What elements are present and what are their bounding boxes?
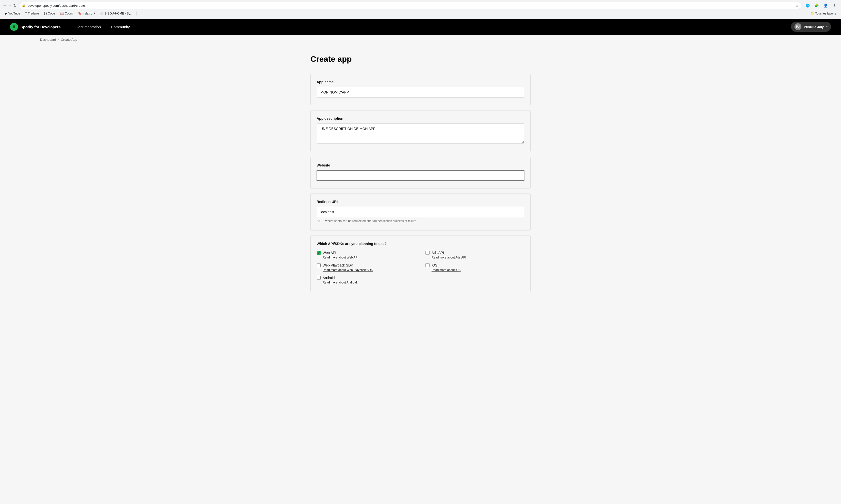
website-input[interactable] (316, 170, 525, 181)
web-api-link[interactable]: Read more about Web API (316, 256, 415, 259)
web-api-checkbox[interactable] (316, 251, 321, 255)
bookmark-code-label: Code (48, 12, 55, 15)
app-name-input[interactable] (316, 87, 525, 97)
page-title: Create app (310, 54, 531, 64)
api-section: Which API/SDKs are you planning to use? … (310, 235, 531, 292)
ios-checkbox[interactable] (426, 263, 430, 267)
svg-point-0 (12, 25, 16, 29)
site-header: Spotify for Developers Documentation Com… (0, 19, 841, 35)
api-item-ads-api: Ads API Read more about Ads API (426, 251, 525, 259)
web-playback-sdk-checkbox[interactable] (316, 263, 321, 267)
website-label: Website (316, 163, 525, 167)
ads-api-checkbox-row: Ads API (426, 251, 525, 255)
avatar: PJ (794, 23, 802, 30)
url-text: developer.spotify.com/dashboard/create (28, 4, 793, 7)
browser-action-buttons: 🌐 🧩 👤 ⋮ (804, 2, 838, 9)
browser-chrome: ← → ↻ 🔒 developer.spotify.com/dashboard/… (0, 0, 841, 19)
bookmark-youtube[interactable]: ▶ YouTube (3, 11, 22, 16)
redirect-uri-section: Redirect URI A URI where users can be re… (310, 194, 531, 231)
app-name-label: App name (316, 80, 525, 84)
back-button[interactable]: ← (3, 4, 6, 7)
bookmarks-bar: ▶ YouTube T Traduire { } Code 📖 Cours 🔖 … (3, 11, 838, 17)
spotify-logo-text: Spotify for Developers (20, 25, 61, 29)
forward-button[interactable]: → (8, 4, 12, 7)
bookmark-bibou-label: BIBOU-HOME - Sy... (105, 12, 133, 15)
ads-api-link[interactable]: Read more about Ads API (426, 256, 525, 259)
translate-icon[interactable]: 🌐 (804, 2, 811, 9)
youtube-icon: ▶ (5, 12, 7, 15)
breadcrumb-create-app: Create App (61, 38, 77, 41)
api-item-ios: iOS Read more about iOS (426, 263, 525, 272)
main-nav: Documentation Community (75, 25, 791, 29)
api-item-android: Android Read more about Android (316, 276, 415, 284)
app-description-section: App description UNE DESCRIPTION DE MON A… (310, 110, 531, 152)
android-checkbox[interactable] (316, 276, 321, 280)
android-checkbox-row: Android (316, 276, 415, 280)
bookmark-traduire-label: Traduire (28, 12, 39, 15)
bookmark-cours-label: Cours (65, 12, 73, 15)
redirect-uri-hint: A URI where users can be redirected afte… (316, 219, 525, 223)
lock-icon: 🔒 (22, 4, 25, 7)
bookmark-index-label: Index of / (83, 12, 95, 15)
code-icon: { } (44, 12, 47, 15)
refresh-button[interactable]: ↻ (13, 4, 17, 7)
android-label: Android (323, 276, 334, 280)
redirect-uri-label: Redirect URI (316, 200, 525, 204)
bookmark-youtube-label: YouTube (8, 12, 20, 15)
extensions-icon[interactable]: 🧩 (813, 2, 820, 9)
index-icon: 🔖 (78, 12, 82, 15)
bookmarks-divider (136, 12, 137, 16)
bookmark-code[interactable]: { } Code (42, 11, 57, 16)
api-item-web-playback-sdk: Web Playback SDK Read more about Web Pla… (316, 263, 415, 272)
bookmark-bibou[interactable]: ⬜ BIBOU-HOME - Sy... (98, 11, 134, 16)
api-section-title: Which API/SDKs are you planning to use? (316, 242, 525, 246)
breadcrumb-dashboard[interactable]: Dashboard (40, 38, 56, 41)
spotify-logo-icon (10, 23, 18, 31)
chevron-down-icon: ▾ (826, 25, 827, 28)
user-name: Priscilla Joly (804, 25, 824, 29)
cours-icon: 📖 (60, 12, 64, 15)
profile-icon[interactable]: 👤 (822, 2, 829, 9)
app-description-label: App description (316, 116, 525, 121)
breadcrumb: Dashboard / Create App (0, 35, 841, 44)
redirect-uri-input[interactable] (316, 207, 525, 217)
ios-label: iOS (431, 263, 437, 267)
ads-api-checkbox[interactable] (426, 251, 430, 255)
user-menu[interactable]: PJ Priscilla Joly ▾ (791, 22, 831, 32)
web-playback-sdk-link[interactable]: Read more about Web Playback SDK (316, 268, 415, 272)
web-api-checkbox-row: Web API (316, 251, 415, 255)
bookmark-index[interactable]: 🔖 Index of / (76, 11, 97, 16)
web-playback-sdk-label: Web Playback SDK (323, 263, 353, 267)
nav-documentation[interactable]: Documentation (75, 25, 101, 29)
star-icon[interactable]: ☆ (795, 3, 799, 7)
api-item-web-api: Web API Read more about Web API (316, 251, 415, 259)
api-grid: Web API Read more about Web API Ads API … (316, 251, 525, 284)
browser-nav-controls: ← → ↻ (3, 4, 17, 7)
web-playback-sdk-checkbox-row: Web Playback SDK (316, 263, 415, 267)
address-bar[interactable]: 🔒 developer.spotify.com/dashboard/create… (18, 2, 802, 9)
ios-checkbox-row: iOS (426, 263, 525, 267)
traduire-icon: T (25, 12, 27, 15)
all-bookmarks-label: Tous les favoris (815, 12, 836, 15)
spotify-logo[interactable]: Spotify for Developers (10, 23, 61, 31)
website-section: Website (310, 157, 531, 188)
all-bookmarks-button[interactable]: 📁 Tous les favoris (808, 11, 838, 16)
bookmark-cours[interactable]: 📖 Cours (58, 11, 75, 16)
ios-link[interactable]: Read more about iOS (426, 268, 525, 272)
web-api-label: Web API (323, 251, 336, 255)
nav-community[interactable]: Community (111, 25, 130, 29)
folder-icon: 📁 (810, 12, 814, 15)
breadcrumb-separator: / (58, 38, 59, 41)
bookmark-traduire[interactable]: T Traduire (23, 11, 41, 16)
app-name-section: App name (310, 74, 531, 105)
app-description-input[interactable]: UNE DESCRIPTION DE MON APP (316, 124, 525, 144)
menu-icon[interactable]: ⋮ (831, 2, 838, 9)
bibou-icon: ⬜ (100, 12, 104, 15)
ads-api-label: Ads API (431, 251, 444, 255)
main-content: Create app App name App description UNE … (270, 50, 571, 312)
android-link[interactable]: Read more about Android (316, 281, 415, 284)
